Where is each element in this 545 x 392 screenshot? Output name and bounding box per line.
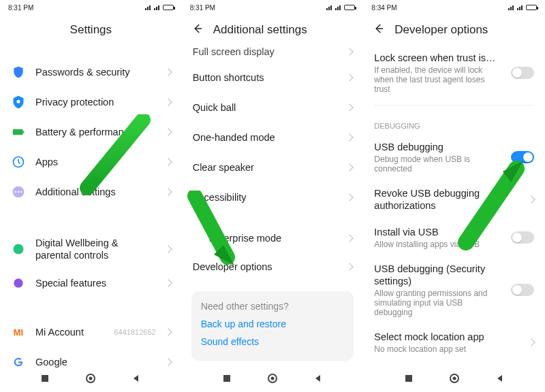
status-bar: 8:34 PM	[363, 0, 545, 15]
chevron-right-icon	[346, 48, 354, 55]
chevron-right-icon	[164, 68, 172, 76]
link-sound-effects[interactable]: Sound effects	[201, 336, 345, 347]
link-backup-restore[interactable]: Back up and restore	[201, 318, 345, 329]
toggle-usb-debug-security[interactable]	[511, 284, 534, 296]
row-title: Install via USB	[374, 226, 501, 238]
row-label: Additional settings	[35, 186, 156, 198]
row-usb-debugging[interactable]: USB debugging Debug mode when USB is con…	[364, 134, 544, 180]
chevron-right-icon	[164, 188, 172, 195]
battery-icon	[526, 5, 537, 10]
phone-additional-settings: 8:31 PM Additional settings Full screen …	[182, 0, 364, 392]
back-arrow[interactable]	[373, 22, 385, 37]
toggle-lock-screen-trust[interactable]	[511, 67, 534, 79]
settings-list: Passwords & security Privacy protection …	[0, 45, 182, 368]
row-digital-wellbeing[interactable]: Digital Wellbeing & parental controls	[1, 230, 181, 268]
chevron-right-icon	[346, 74, 354, 81]
row-label: Digital Wellbeing & parental controls	[35, 237, 156, 261]
back-button[interactable]	[495, 374, 505, 386]
chevron-right-icon	[527, 338, 535, 346]
battery-icon	[344, 5, 355, 10]
row-label: Developer options	[193, 261, 338, 273]
status-icons	[326, 5, 355, 10]
row-subtitle: Debug mode when USB is connected	[374, 154, 501, 174]
row-quick-ball[interactable]: Quick ball	[183, 93, 362, 122]
battery-icon	[163, 5, 174, 10]
svg-point-5	[15, 191, 17, 193]
chevron-right-icon	[164, 158, 172, 165]
row-accessibility[interactable]: Accessibility	[183, 182, 362, 212]
clock: 8:34 PM	[371, 4, 396, 12]
chevron-right-icon	[346, 163, 354, 171]
svg-point-7	[20, 191, 22, 193]
home-button[interactable]	[85, 373, 96, 387]
developer-list: Lock screen when trust is… If enabled, t…	[363, 45, 545, 368]
row-passwords-security[interactable]: Passwords & security	[1, 57, 181, 87]
row-label: Battery & performance	[35, 126, 156, 138]
back-arrow[interactable]	[191, 22, 204, 37]
row-title: USB debugging (Security settings)	[374, 263, 501, 287]
page-title: Settings	[70, 23, 112, 37]
svg-rect-16	[405, 375, 412, 382]
row-subtitle: Allow installing apps via USB	[374, 240, 501, 249]
row-button-shortcuts[interactable]: Button shortcuts	[183, 63, 362, 93]
row-battery-performance[interactable]: Battery & performance	[1, 117, 181, 147]
back-button[interactable]	[313, 374, 323, 386]
row-label: Passwords & security	[35, 66, 156, 78]
privacy-icon	[11, 95, 26, 110]
toggle-install-via-usb[interactable]	[511, 231, 534, 244]
chevron-right-icon	[164, 329, 172, 336]
toggle-usb-debugging[interactable]	[511, 151, 534, 163]
svg-point-15	[270, 377, 274, 380]
row-mi-account[interactable]: MI Mi Account 6441812652	[1, 317, 181, 347]
row-lock-screen-trust[interactable]: Lock screen when trust is… If enabled, t…	[364, 45, 544, 101]
recents-button[interactable]	[40, 374, 50, 386]
row-install-via-usb[interactable]: Install via USB Allow installing apps vi…	[364, 219, 544, 256]
row-select-mock-location[interactable]: Select mock location app No mock locatio…	[364, 324, 544, 361]
status-icons	[145, 5, 174, 10]
recents-button[interactable]	[222, 374, 232, 386]
row-special-features[interactable]: Special features	[1, 268, 181, 298]
row-developer-options[interactable]: Developer options	[183, 252, 362, 282]
home-button[interactable]	[267, 373, 278, 387]
svg-rect-1	[13, 129, 23, 135]
mi-account-value: 6441812652	[114, 328, 155, 336]
row-full-screen-display[interactable]: Full screen display	[183, 45, 362, 63]
row-apps[interactable]: Apps	[1, 147, 181, 177]
navigation-bar	[363, 368, 545, 392]
chevron-right-icon	[346, 263, 354, 270]
additional-icon	[11, 184, 26, 199]
chevron-right-icon	[164, 128, 172, 135]
recents-button[interactable]	[404, 374, 414, 386]
row-label: Special features	[35, 277, 156, 289]
additional-list: Full screen display Button shortcuts Qui…	[182, 45, 364, 368]
row-title: Lock screen when trust is…	[374, 52, 501, 64]
status-bar: 8:31 PM	[0, 0, 182, 15]
back-button[interactable]	[131, 374, 141, 386]
row-additional-settings[interactable]: Additional settings	[1, 177, 181, 207]
row-privacy-protection[interactable]: Privacy protection	[1, 87, 181, 117]
navigation-bar	[182, 368, 364, 392]
chevron-right-icon	[164, 98, 172, 105]
row-title: Select mock location app	[374, 331, 519, 343]
svg-rect-13	[223, 375, 230, 382]
svg-point-18	[452, 377, 456, 380]
svg-point-0	[17, 100, 20, 103]
phone-settings: 8:31 PM Settings Passwords & security Pr…	[0, 0, 182, 392]
phone-developer-options: 8:34 PM Developer options Lock screen wh…	[363, 0, 545, 392]
row-subtitle: If enabled, the device will lock when th…	[374, 65, 501, 94]
status-icons	[508, 5, 537, 10]
mi-logo-icon: MI	[11, 325, 26, 340]
google-icon	[11, 355, 26, 368]
home-button[interactable]	[449, 373, 460, 387]
svg-rect-10	[42, 375, 48, 382]
row-clear-speaker[interactable]: Clear speaker	[183, 152, 362, 182]
row-revoke-usb-auth[interactable]: Revoke USB debugging authorizations	[364, 180, 544, 218]
row-label: Button shortcuts	[193, 71, 338, 84]
row-google[interactable]: Google	[1, 347, 181, 368]
divider	[374, 105, 534, 105]
row-usb-debug-security[interactable]: USB debugging (Security settings) Allow …	[364, 256, 544, 324]
chevron-right-icon	[164, 280, 172, 287]
svg-point-6	[18, 191, 20, 193]
row-enterprise-mode[interactable]: Enterprise mode	[183, 231, 362, 252]
row-one-handed-mode[interactable]: One-handed mode	[183, 122, 362, 152]
